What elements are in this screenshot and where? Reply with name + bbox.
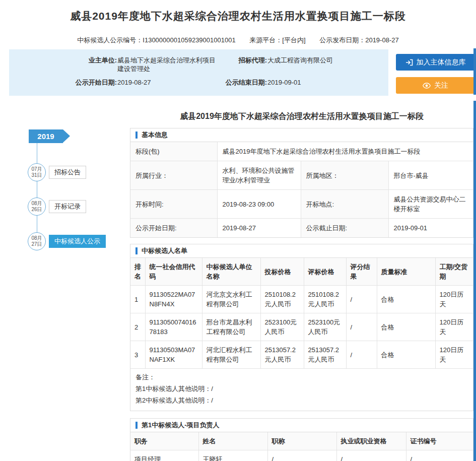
cell-title: / xyxy=(267,450,336,461)
cell-quality: 合格 xyxy=(377,313,435,341)
owner-unit-value: 威县地下水超采综合治理水利项目建设管理处 xyxy=(117,56,221,78)
publicity-end-value: 2019-09-01 xyxy=(267,78,388,87)
cell-score: / xyxy=(346,286,377,313)
cell-score: / xyxy=(346,341,377,369)
region-label: 所属地区： xyxy=(301,161,388,190)
open-time-value: 2019-08-23 09:00 xyxy=(217,190,301,219)
col-qualification: 执业或职业资格 xyxy=(336,432,406,450)
join-library-button[interactable]: 加入主体信息库 xyxy=(396,54,475,71)
remarks-line: 第2中标候选人其他说明：/ xyxy=(135,394,468,406)
cell-bid-price: 2513057.2元人民币 xyxy=(260,341,304,369)
timeline-date-day: 31日 xyxy=(31,172,42,178)
cell-position: 项目经理 xyxy=(130,450,198,461)
cell-company: 河北京文水利工程有限公司 xyxy=(202,286,260,313)
timeline-date-day: 27日 xyxy=(31,241,42,247)
timeline-date-circle: 07月 31日 xyxy=(28,163,46,181)
join-library-label: 加入主体信息库 xyxy=(417,58,466,67)
basic-info-header: 基本信息 xyxy=(130,128,473,142)
cell-company: 河北汇程水利工程有限公司 xyxy=(202,341,260,369)
industry-value: 水利、环境和公共设施管理业/水利管理业 xyxy=(217,161,301,190)
timeline-item-label-bid-opening[interactable]: 开标记录 xyxy=(49,200,86,213)
open-place-value: 威县公共资源交易中心二楼开标室 xyxy=(388,190,473,219)
candidates-section: 中标候选人名单 排名 统一社会信用代码 中标候选人单位名称 投标价格 评标价格 … xyxy=(130,244,473,411)
cell-bid-price: 2510108.2元人民币 xyxy=(260,286,304,313)
cell-credit-code: 91130522MA07N8FN4X xyxy=(145,286,202,313)
timeline-item-label-candidate-publicity[interactable]: 中标候选人公示 xyxy=(49,235,106,248)
timeline-date-month: 07月 xyxy=(31,166,42,172)
notice-number-label: 中标候选人公示编号： xyxy=(77,36,143,44)
col-title: 职称 xyxy=(267,432,336,450)
publicity-end-field: 公示结束日期: 2019-09-01 xyxy=(221,78,388,87)
cell-credit-code: 911305007401678183 xyxy=(145,313,202,341)
cell-bid-price: 2523100元人民币 xyxy=(260,313,304,341)
right-edge-strip-top xyxy=(473,48,476,95)
publicity-start-value: 2019-08-27 xyxy=(217,219,301,238)
follow-button[interactable]: 关注 xyxy=(396,77,475,94)
cell-qualification: / xyxy=(336,450,406,461)
candidate-row: 2 911305007401678183 邢台市龙昌水利工程有限公司 25231… xyxy=(130,313,473,341)
candidate1-manager-title: 第1中标候选人-项目负责人 xyxy=(142,421,220,430)
owner-unit-field: 业主单位: 威县地下水超采综合治理水利项目建设管理处 xyxy=(9,56,221,78)
section-accent-bar xyxy=(135,422,138,429)
industry-label: 所属行业： xyxy=(130,161,217,190)
candidate1-manager-header: 第1中标候选人-项目负责人 xyxy=(130,419,473,432)
cell-credit-code: 91130503MA07NAF1XK xyxy=(145,341,202,369)
cell-duration: 120日历天 xyxy=(435,341,473,369)
login-arrow-icon xyxy=(405,59,413,66)
follow-label: 关注 xyxy=(434,81,448,90)
table-row: 标段(包) 威县2019年度地下水超采综合治理农村生活用水置换项目施工一标段 xyxy=(130,142,473,161)
owner-unit-label: 业主单位: xyxy=(71,56,117,78)
cell-rank: 2 xyxy=(130,313,145,341)
section-accent-bar xyxy=(135,131,138,139)
manager-header-row: 职务 姓名 职称 执业或职业资格 证书编号 xyxy=(130,432,473,450)
cell-duration: 120日历天 xyxy=(435,313,473,341)
col-rank: 排名 xyxy=(130,258,145,286)
col-bid-price: 投标价格 xyxy=(260,258,304,286)
cell-quality: 合格 xyxy=(377,286,435,313)
publish-date-value: 2019-08-27 xyxy=(365,36,399,44)
bidding-agent-value: 大成工程咨询有限公司 xyxy=(267,56,388,78)
basic-info-section: 基本信息 标段(包) 威县2019年度地下水超采综合治理农村生活用水置换项目施工… xyxy=(130,128,473,238)
candidates-table: 排名 统一社会信用代码 中标候选人单位名称 投标价格 评标价格 评分结果 质量标… xyxy=(130,258,473,368)
package-value: 威县2019年度地下水超采综合治理农村生活用水置换项目施工一标段 xyxy=(217,142,473,161)
publicity-start-label: 公示开始日期: xyxy=(71,78,117,87)
timeline-date-month: 08月 xyxy=(31,235,42,241)
timeline-item-candidate-publicity: 08月 27日 中标候选人公示 xyxy=(0,232,106,250)
page: 威县2019年度地下水超采综合治理农村生活用水置换项目施工一标段 中标候选人公示… xyxy=(0,0,476,461)
timeline-date-month: 08月 xyxy=(31,201,42,207)
project-info-banner: 业主单位: 威县地下水超采综合治理水利项目建设管理处 招标代理: 大成工程咨询有… xyxy=(9,49,388,96)
timeline: 2019 07月 31日 招标公告 08月 26日 开标记录 08月 xyxy=(0,96,130,461)
publicity-start-field: 公示开始日期: 2019-08-27 xyxy=(9,78,221,87)
cell-eval-price: 2513057.2元人民币 xyxy=(304,341,346,369)
candidates-header-row: 排名 统一社会信用代码 中标候选人单位名称 投标价格 评标价格 评分结果 质量标… xyxy=(130,258,473,286)
region-value: 邢台市-威县 xyxy=(388,161,473,190)
col-duration: 工期/交货期 xyxy=(435,258,473,286)
source-platform: 来源平台：[平台内] xyxy=(249,36,305,44)
col-cert-no: 证书编号 xyxy=(406,432,473,450)
publicity-end-label: 公示结束日期: xyxy=(221,78,267,87)
timeline-item-label-bid-notice[interactable]: 招标公告 xyxy=(49,166,86,179)
page-title: 威县2019年度地下水超采综合治理农村生活用水置换项目施工一标段 xyxy=(0,0,476,23)
cell-name: 王晓轩 xyxy=(198,450,267,461)
section-accent-bar xyxy=(135,247,138,254)
right-edge-strip-bottom xyxy=(473,101,476,461)
col-eval-price: 评标价格 xyxy=(304,258,346,286)
candidate1-manager-table: 职务 姓名 职称 执业或职业资格 证书编号 项目经理 王晓轩 / / / xyxy=(130,432,473,461)
publicity-end-label: 公示截止日期: xyxy=(301,219,388,238)
col-quality: 质量标准 xyxy=(377,258,435,286)
source-platform-value: [平台内] xyxy=(282,36,305,44)
timeline-date-circle: 08月 27日 xyxy=(28,232,46,250)
publicity-end-value: 2019-09-01 xyxy=(388,219,473,238)
eye-icon xyxy=(423,83,431,89)
cell-quality: 合格 xyxy=(377,341,435,369)
publish-date-label: 公示发布日期： xyxy=(319,36,365,44)
remarks-line: 第1中标候选人其他说明：/ xyxy=(135,383,468,394)
remarks: 备注： 第1中标候选人其他说明：/ 第2中标候选人其他说明：/ xyxy=(130,368,473,411)
publish-date: 公示发布日期：2019-08-27 xyxy=(319,36,399,44)
source-platform-label: 来源平台： xyxy=(249,36,282,44)
col-score: 评分结果 xyxy=(346,258,377,286)
table-row: 所属行业： 水利、环境和公共设施管理业/水利管理业 所属地区： 邢台市-威县 xyxy=(130,161,473,190)
bidding-agent-label: 招标代理: xyxy=(221,56,267,78)
timeline-item-bid-notice: 07月 31日 招标公告 xyxy=(0,163,86,181)
remarks-title: 备注： xyxy=(135,371,468,383)
